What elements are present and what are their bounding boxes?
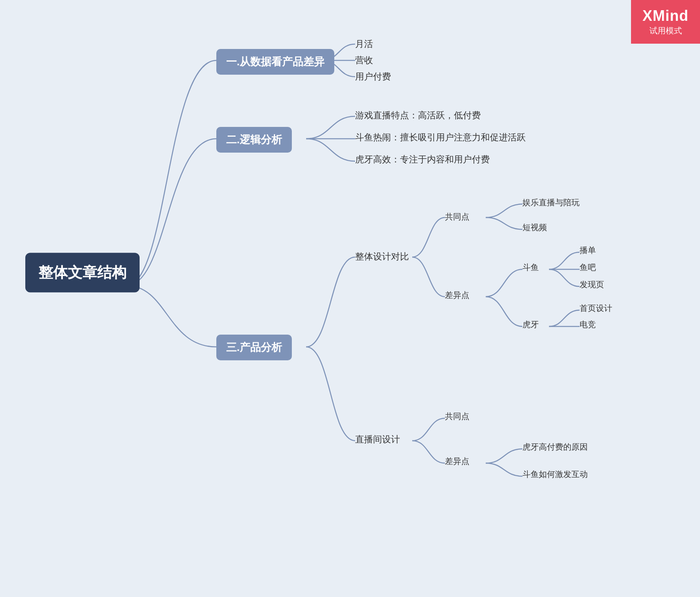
branch-3[interactable]: 三.产品分析 <box>216 335 292 360</box>
b3-zbjsj: 直播间设计 <box>355 433 400 446</box>
line-b3-ztsj <box>306 257 355 347</box>
douyu-fxy: 发现页 <box>580 279 604 290</box>
cyd-huya: 虎牙 <box>522 319 539 330</box>
line-cyd2-c1 <box>486 449 522 463</box>
line-douyu-bodan <box>549 252 580 269</box>
line-b3-zbjsj <box>306 347 355 441</box>
line-cyd2-c2 <box>486 463 522 476</box>
line-zbjsj-gtd <box>412 418 445 441</box>
b2-child-3: 虎牙高效：专注于内容和用户付费 <box>355 153 490 166</box>
line-cyd-douyu <box>486 269 522 297</box>
ztsj-gtd: 共同点 <box>445 211 469 222</box>
huya-sysj: 首页设计 <box>580 303 612 314</box>
line-b2-c3 <box>306 139 355 161</box>
b1-child-1: 月活 <box>355 38 373 50</box>
zbjsj-cyd-c1: 虎牙高付费的原因 <box>522 442 588 453</box>
huya-dj: 电竞 <box>580 319 596 330</box>
line-root-b1 <box>127 60 216 286</box>
cyd-douyu: 斗鱼 <box>522 262 539 273</box>
b2-child-1: 游戏直播特点：高活跃，低付费 <box>355 109 481 122</box>
line-zbjsj-cyd <box>412 441 445 463</box>
line-gtd-c1 <box>486 204 522 217</box>
line-ztsj-cyd <box>412 257 445 297</box>
line-root-b2 <box>127 139 216 286</box>
b1-child-2: 营收 <box>355 54 373 67</box>
zbjsj-cyd: 差异点 <box>445 456 469 467</box>
line-root-b3 <box>127 286 216 347</box>
root-node: 整体文章结构 <box>25 253 140 293</box>
xmind-subtitle: 试用模式 <box>642 25 689 36</box>
line-huya-sysj <box>549 310 580 326</box>
line-b2-c1 <box>306 116 355 139</box>
line-douyu-fxy <box>549 269 580 286</box>
ztsj-gtd-c1: 娱乐直播与陪玩 <box>522 197 580 208</box>
branch-1[interactable]: 一.从数据看产品差异 <box>216 49 334 75</box>
ztsj-gtd-c2: 短视频 <box>522 222 547 233</box>
xmind-badge: XMind 试用模式 <box>631 0 700 44</box>
ztsj-cyd: 差异点 <box>445 290 469 301</box>
line-gtd-c2 <box>486 217 522 229</box>
douyu-yuba: 鱼吧 <box>580 262 596 273</box>
zbjsj-cyd-c2: 斗鱼如何激发互动 <box>522 469 588 480</box>
branch-2[interactable]: 二.逻辑分析 <box>216 127 292 153</box>
b3-ztsj: 整体设计对比 <box>355 251 409 263</box>
b1-child-3: 用户付费 <box>355 71 391 83</box>
zbjsj-gtd: 共同点 <box>445 411 469 422</box>
douyu-bodan: 播单 <box>580 245 596 256</box>
line-ztsj-gtd <box>412 217 445 257</box>
line-cyd-huya <box>486 297 522 326</box>
b2-child-2: 斗鱼热闹：擅长吸引用户注意力和促进活跃 <box>355 131 526 144</box>
connector-lines <box>0 0 700 597</box>
xmind-brand: XMind <box>642 7 689 24</box>
